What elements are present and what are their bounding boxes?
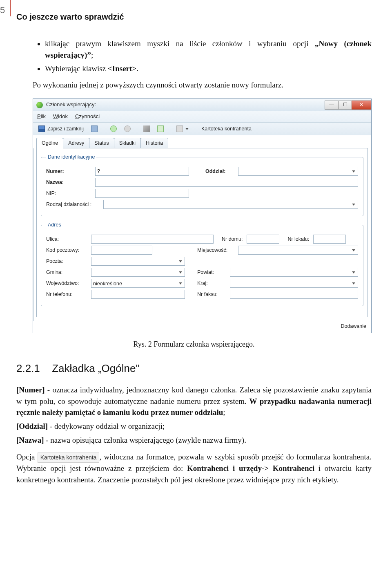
minimize-icon: — xyxy=(329,101,334,108)
window-title: Członek wspierający: xyxy=(46,101,96,109)
kod-input[interactable] xyxy=(91,246,152,255)
chevron-down-icon xyxy=(177,269,184,275)
poczta-select[interactable] xyxy=(91,257,185,266)
save-icon xyxy=(38,125,45,132)
nrdomu-input[interactable] xyxy=(247,235,279,244)
label-rodzaj: Rodzaj działaności : xyxy=(46,201,99,208)
header-rule xyxy=(10,0,11,16)
label-woj: Województwo: xyxy=(46,280,87,287)
rodzaj-select[interactable] xyxy=(103,200,358,209)
nrlokalu-input[interactable] xyxy=(313,235,346,244)
figure-caption: Rys. 2 Formularz członka wspierającego. xyxy=(16,339,372,349)
menu-plik[interactable]: Plik xyxy=(37,113,46,121)
menu-czynnosci[interactable]: Czynności xyxy=(75,113,100,121)
disk-icon xyxy=(91,125,98,132)
label-nrdomu: Nr domu: xyxy=(222,235,243,243)
telefon-input[interactable] xyxy=(91,290,185,299)
chevron-down-icon xyxy=(350,202,357,207)
refresh-button[interactable] xyxy=(154,124,167,134)
chevron-down-icon xyxy=(350,247,357,253)
wojewodztwo-select[interactable]: nieokreślone xyxy=(91,279,185,288)
label-kraj: Kraj: xyxy=(197,280,226,287)
forward-icon xyxy=(124,125,131,132)
tools-button[interactable] xyxy=(140,124,153,134)
status-text: Dodawanie xyxy=(341,323,366,330)
tab-status[interactable]: Status xyxy=(89,138,114,148)
tab-skladki[interactable]: Składki xyxy=(114,138,141,148)
save-button[interactable] xyxy=(88,124,100,134)
separator xyxy=(195,125,195,133)
wojewodztwo-value: nieokreślone xyxy=(93,281,122,287)
chevron-down-icon xyxy=(350,168,357,174)
label-fax: Nr faksu: xyxy=(197,291,226,298)
tab-adresy[interactable]: Adresy xyxy=(63,138,89,148)
gmina-select[interactable] xyxy=(91,268,185,277)
label-miejsc: Miejscowość: xyxy=(197,246,234,254)
maximize-button[interactable]: ☐ xyxy=(338,101,352,110)
tab-historia[interactable]: Historia xyxy=(140,138,168,148)
numer-input[interactable] xyxy=(95,167,189,176)
chevron-down-icon xyxy=(350,280,357,286)
tab-ogolne[interactable]: Ogólne xyxy=(36,138,63,148)
label-nip: NIP: xyxy=(46,190,91,197)
print-button[interactable] xyxy=(174,124,192,134)
save-close-button[interactable]: Zapisz i zamknij xyxy=(36,124,87,134)
label-numer: Numer: xyxy=(46,168,91,175)
label-gmina: Gmina: xyxy=(46,269,87,276)
titlebar: Członek wspierający: — ☐ ✕ xyxy=(33,99,371,111)
text: Opcja xyxy=(16,453,38,461)
label-tel: Nr telefonu: xyxy=(46,291,87,298)
text: ; xyxy=(223,408,225,417)
label-nazwa: Nazwa: xyxy=(46,179,91,186)
group-identyfikacyjne: Dane identyfikacyjne Numer: Oddział: Naz… xyxy=(41,153,363,216)
ulica-input[interactable] xyxy=(91,235,214,244)
separator xyxy=(104,125,104,133)
menu-widok[interactable]: Widok xyxy=(53,113,68,121)
field-name: [Numer] xyxy=(16,385,45,394)
chevron-down-icon xyxy=(350,269,357,275)
group-legend: Dane identyfikacyjne xyxy=(46,153,96,161)
group-legend: Adres xyxy=(46,221,63,228)
back-icon xyxy=(110,125,117,132)
close-button[interactable]: ✕ xyxy=(352,101,371,110)
page-header: Co jeszcze warto sprawdzić xyxy=(16,8,372,22)
minimize-button[interactable]: — xyxy=(325,101,339,110)
desc-paragraph: Opcja Kartoteka kontrahenta, widoczna na… xyxy=(16,451,372,485)
separator xyxy=(170,125,170,133)
label-nrlokalu: Nr lokalu: xyxy=(287,235,309,243)
oddzial-select[interactable] xyxy=(238,167,358,176)
section-heading: 2.2.1 Zakładka „Ogólne" xyxy=(16,361,372,376)
refresh-icon xyxy=(157,125,164,132)
nazwa-input[interactable] xyxy=(95,178,358,187)
chevron-down-icon xyxy=(177,280,184,286)
bullet-list: klikając prawym klawiszem myszki na liśc… xyxy=(33,38,372,74)
kraj-select[interactable] xyxy=(230,279,358,288)
back-button[interactable] xyxy=(107,124,120,134)
list-item: Wybierając klawisz <Insert>. xyxy=(45,63,372,74)
statusbar: Dodawanie xyxy=(33,321,371,332)
print-icon xyxy=(176,125,183,132)
close-icon: ✕ xyxy=(359,101,363,108)
powiat-select[interactable] xyxy=(230,268,358,277)
desc-paragraph: [Oddział] - dedykowany oddział w organiz… xyxy=(16,421,372,432)
kartoteka-inline-label: Kartoteka kontrahenta xyxy=(38,453,100,463)
forward-button[interactable] xyxy=(121,124,134,134)
intro-paragraph: Po wykonaniu jednej z powyższych czynnoś… xyxy=(33,79,372,91)
label-powiat: Powiat: xyxy=(197,269,226,276)
form-area: Dane identyfikacyjne Numer: Oddział: Naz… xyxy=(36,148,368,317)
chevron-down-icon xyxy=(185,128,189,130)
separator xyxy=(137,125,137,133)
list-item: klikając prawym klawiszem myszki na liśc… xyxy=(45,38,372,60)
tabs: Ogólne Adresy Status Składki Historia xyxy=(33,135,371,148)
group-adres: Adres Ulica: Nr domu: Nr lokalu: Kod poc… xyxy=(41,221,363,306)
fax-input[interactable] xyxy=(230,290,358,299)
label-oddzial: Oddział: xyxy=(205,168,234,175)
tools-icon xyxy=(143,125,150,132)
app-icon xyxy=(36,102,43,108)
kartoteka-button[interactable]: Kartoteka kontrahenta xyxy=(198,124,254,134)
text-bold: Kontrahenci i urzędy-> Kontrahenci xyxy=(187,464,314,473)
label-ulica: Ulica: xyxy=(46,235,87,243)
miejscowosc-select[interactable] xyxy=(238,246,358,255)
nip-input[interactable] xyxy=(95,189,189,198)
desc-paragraph: [Numer] - oznacza indywidualny, jednozna… xyxy=(16,384,372,418)
